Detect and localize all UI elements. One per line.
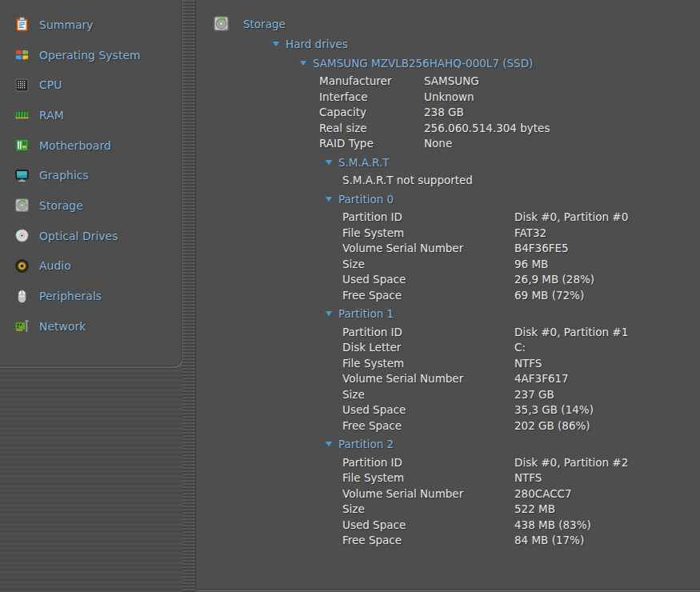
sidebar-item-label: Optical Drives — [39, 230, 118, 242]
property-row: Volume Serial Number4AF3F617 — [196, 371, 700, 387]
property-key: Size — [342, 387, 514, 403]
property-key: Free Space — [342, 418, 514, 434]
property-value: 237 GB — [514, 388, 554, 401]
sidebar-item-audio[interactable]: Audio — [0, 251, 181, 282]
collapse-triangle-icon[interactable] — [326, 197, 332, 202]
sidebar-item-optical-drives[interactable]: Optical Drives — [0, 221, 181, 251]
collapse-triangle-icon[interactable] — [300, 61, 306, 66]
tree-node-label: Partition 2 — [338, 438, 394, 450]
tree-node-s-m-a-r-t[interactable]: S.M.A.R.T — [196, 155, 700, 171]
storage-section-header: Storage — [196, 0, 700, 34]
ram-icon — [14, 107, 30, 122]
property-key: Used Space — [342, 402, 514, 418]
property-key: Partition ID — [342, 210, 514, 226]
property-value: Disk #0, Partition #1 — [514, 326, 628, 338]
sidebar-item-label: Motherboard — [39, 139, 111, 152]
property-value: 96 MB — [514, 258, 548, 270]
property-key: Used Space — [342, 518, 514, 534]
smart-status-text: S.M.A.R.T not supported — [196, 173, 700, 189]
property-row: Partition IDDisk #0, Partition #2 — [196, 455, 700, 471]
property-row: Free Space202 GB (86%) — [196, 418, 700, 434]
property-value: 238 GB — [424, 106, 464, 118]
motherboard-icon — [14, 138, 30, 153]
property-row: File SystemNTFS — [196, 470, 700, 486]
sidebar-item-cpu[interactable]: CPU — [0, 70, 181, 100]
property-value: NTFS — [514, 471, 542, 484]
page-title: Storage — [243, 18, 286, 30]
sidebar-item-network[interactable]: Network — [0, 311, 181, 342]
collapse-triangle-icon[interactable] — [326, 442, 332, 446]
sidebar-item-peripherals[interactable]: Peripherals — [0, 281, 181, 311]
property-key: Partition ID — [342, 325, 514, 341]
property-value: 84 MB (17%) — [514, 534, 584, 546]
property-value: 69 MB (72%) — [514, 289, 584, 302]
property-value: 280CACC7 — [514, 487, 572, 500]
property-key: Used Space — [342, 272, 514, 288]
property-row: File SystemNTFS — [196, 356, 700, 372]
property-value: NTFS — [514, 357, 542, 370]
property-value: SAMSUNG — [424, 74, 479, 87]
content-panel: Storage Hard drivesSAMSUNG MZVLB256HAHQ-… — [195, 0, 700, 590]
property-value: Unknown — [424, 90, 474, 103]
collapse-triangle-icon[interactable] — [273, 42, 279, 46]
sidebar-item-label: Peripherals — [39, 290, 102, 302]
tree-node-partition-2[interactable]: Partition 2 — [196, 437, 700, 453]
property-key: File System — [342, 470, 514, 486]
sidebar-item-operating-system[interactable]: Operating System — [0, 40, 181, 70]
sidebar-item-graphics[interactable]: Graphics — [0, 160, 181, 190]
sidebar-item-storage[interactable]: Storage — [0, 190, 181, 221]
monitor-icon — [14, 168, 30, 183]
property-value: 4AF3F617 — [514, 372, 569, 385]
property-value: None — [424, 137, 452, 150]
property-row: Free Space84 MB (17%) — [196, 533, 700, 549]
sidebar-item-label: Summary — [39, 18, 94, 31]
tree-node-label: Hard drives — [286, 38, 348, 50]
tree-node-partition-0[interactable]: Partition 0 — [196, 192, 700, 208]
property-key: Volume Serial Number — [342, 486, 514, 502]
sidebar-item-summary[interactable]: Summary — [0, 10, 181, 40]
sidebar-item-ram[interactable]: RAM — [0, 100, 181, 130]
property-row: InterfaceUnknown — [196, 90, 700, 106]
windows-icon — [14, 47, 30, 62]
property-row: Partition IDDisk #0, Partition #1 — [196, 325, 700, 341]
tree-node-hard-drives[interactable]: Hard drives — [196, 37, 700, 53]
collapse-triangle-icon[interactable] — [326, 311, 332, 316]
property-value: FAT32 — [514, 226, 546, 239]
sidebar-panel: SummaryOperating SystemCPURAMMotherboard… — [0, 0, 182, 366]
mouse-icon — [14, 289, 30, 304]
tree-node-label: S.M.A.R.T — [338, 156, 390, 169]
disc-icon — [14, 228, 30, 243]
property-key: Interface — [319, 90, 424, 106]
tree-node-label: Partition 1 — [338, 307, 394, 320]
property-row: Used Space438 MB (83%) — [196, 518, 700, 534]
tree-node-partition-1[interactable]: Partition 1 — [196, 306, 700, 322]
property-row: Size237 GB — [196, 387, 700, 403]
property-key: Volume Serial Number — [342, 371, 514, 387]
property-row: Real size256.060.514.304 bytes — [196, 121, 700, 137]
speaker-icon — [14, 258, 30, 274]
sidebar-nav: SummaryOperating SystemCPURAMMotherboard… — [0, 10, 181, 342]
property-row: Size522 MB — [196, 502, 700, 518]
property-key: Free Space — [342, 533, 514, 549]
property-value: C: — [514, 341, 526, 354]
property-row: Free Space69 MB (72%) — [196, 288, 700, 304]
sidebar-item-motherboard[interactable]: Motherboard — [0, 130, 181, 161]
collapse-triangle-icon[interactable] — [326, 160, 332, 165]
property-key: Volume Serial Number — [342, 241, 514, 257]
tree-node-drive[interactable]: SAMSUNG MZVLB256HAHQ-000L7 (SSD) — [196, 56, 700, 72]
property-row: Disk LetterC: — [196, 340, 700, 356]
property-row: Used Space35,3 GB (14%) — [196, 402, 700, 418]
property-key: Partition ID — [342, 455, 514, 471]
property-row: Volume Serial NumberB4F36FE5 — [196, 241, 700, 257]
sidebar-item-label: Network — [39, 320, 86, 333]
property-value: 26,9 MB (28%) — [514, 273, 594, 286]
property-key: Free Space — [342, 288, 514, 304]
property-row: File SystemFAT32 — [196, 226, 700, 242]
sidebar-item-label: Storage — [39, 199, 83, 212]
property-key: Size — [342, 257, 514, 273]
cpu-icon — [14, 78, 30, 93]
property-key: File System — [342, 226, 514, 242]
tree-node-label: Partition 0 — [338, 193, 394, 206]
property-value: B4F36FE5 — [514, 242, 569, 254]
property-value: Disk #0, Partition #2 — [514, 456, 628, 469]
